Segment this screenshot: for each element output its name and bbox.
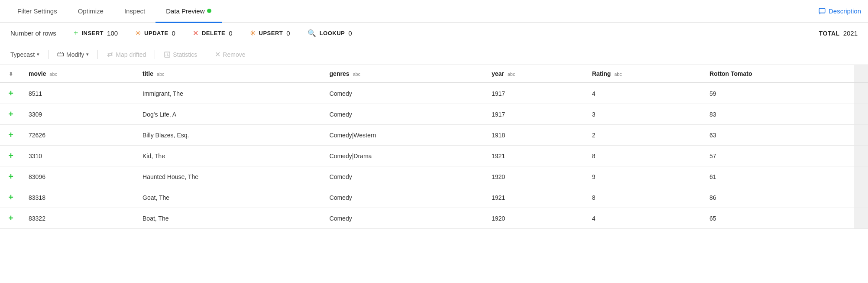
cell-rating: 8 <box>585 146 703 166</box>
data-table-container: ⬍ movie abc title abc genres abc year ab… <box>0 65 868 229</box>
tab-data-preview[interactable]: Data Preview <box>155 0 222 23</box>
scrollbar-cell <box>854 125 868 146</box>
sort-icon[interactable]: ⬍ <box>9 71 13 77</box>
lookup-icon: 🔍 <box>308 29 316 37</box>
scrollbar-cell <box>854 83 868 104</box>
upsert-stat: ✳ UPSERT 0 <box>250 29 290 37</box>
remove-button[interactable]: ✕ Remove <box>211 49 249 60</box>
cell-genres: Comedy|Western <box>323 125 485 146</box>
cell-title: Boat, The <box>136 208 323 229</box>
chat-icon <box>818 7 826 15</box>
toolbar-separator-3 <box>155 50 155 59</box>
data-table: ⬍ movie abc title abc genres abc year ab… <box>0 65 868 229</box>
col-header-movie: movie abc <box>22 65 136 83</box>
update-stat: ✳ UPDATE 0 <box>135 29 175 37</box>
cell-movie: 72626 <box>22 125 136 146</box>
cell-movie: 3309 <box>22 104 136 125</box>
cell-rotten-tomatoes: 86 <box>703 187 854 208</box>
cell-year: 1917 <box>485 83 585 104</box>
svg-rect-1 <box>58 53 63 56</box>
cell-year: 1920 <box>485 166 585 187</box>
cell-genres: Comedy <box>323 208 485 229</box>
cell-genres: Comedy|Drama <box>323 146 485 166</box>
cell-rotten-tomatoes: 65 <box>703 208 854 229</box>
row-insert-icon[interactable]: + <box>0 104 22 125</box>
row-insert-icon[interactable]: + <box>0 166 22 187</box>
number-of-rows-label: Number of rows <box>10 29 56 37</box>
col-header-genres: genres abc <box>323 65 485 83</box>
cell-movie: 83096 <box>22 166 136 187</box>
cell-movie: 3310 <box>22 146 136 166</box>
col-header-rating: Rating abc <box>585 65 703 83</box>
row-insert-icon[interactable]: + <box>0 146 22 166</box>
cell-title: Dog's Life, A <box>136 104 323 125</box>
scrollbar-cell <box>854 104 868 125</box>
cell-rotten-tomatoes: 61 <box>703 166 854 187</box>
scrollbar-cell <box>854 166 868 187</box>
toolbar-separator-4 <box>206 50 206 59</box>
cell-genres: Comedy <box>323 166 485 187</box>
cell-rating: 9 <box>585 166 703 187</box>
cell-year: 1921 <box>485 187 585 208</box>
modify-chevron-icon: ▾ <box>86 52 89 57</box>
map-drifted-icon <box>107 51 113 58</box>
col-header-year: year abc <box>485 65 585 83</box>
typecast-button[interactable]: Typecast ▾ <box>7 49 43 60</box>
table-row: + 83096 Haunted House, The Comedy 1920 9… <box>0 166 868 187</box>
row-insert-icon[interactable]: + <box>0 83 22 104</box>
cell-title: Goat, The <box>136 187 323 208</box>
cell-movie: 83322 <box>22 208 136 229</box>
cell-year: 1917 <box>485 104 585 125</box>
cell-rating: 4 <box>585 208 703 229</box>
tab-filter-settings[interactable]: Filter Settings <box>7 0 68 23</box>
tab-inspect[interactable]: Inspect <box>114 0 155 23</box>
tab-optimize[interactable]: Optimize <box>68 0 114 23</box>
scrollbar-cell <box>854 146 868 166</box>
insert-icon: + <box>74 29 78 38</box>
scrollbar-cell <box>854 208 868 229</box>
cell-rotten-tomatoes: 59 <box>703 83 854 104</box>
statistics-button[interactable]: Statistics <box>160 49 201 60</box>
col-header-title: title abc <box>136 65 323 83</box>
table-row: + 72626 Billy Blazes, Esq. Comedy|Wester… <box>0 125 868 146</box>
cell-rating: 4 <box>585 83 703 104</box>
cell-title: Immigrant, The <box>136 83 323 104</box>
cell-movie: 8511 <box>22 83 136 104</box>
table-row: + 3310 Kid, The Comedy|Drama 1921 8 57 <box>0 146 868 166</box>
table-row: + 3309 Dog's Life, A Comedy 1917 3 83 <box>0 104 868 125</box>
lookup-stat: 🔍 LOOKUP 0 <box>308 29 352 37</box>
update-icon: ✳ <box>135 29 141 37</box>
table-row: + 8511 Immigrant, The Comedy 1917 4 59 <box>0 83 868 104</box>
cell-year: 1920 <box>485 208 585 229</box>
top-nav: Filter Settings Optimize Inspect Data Pr… <box>0 0 868 23</box>
svg-rect-0 <box>819 8 825 13</box>
scrollbar-cell <box>854 187 868 208</box>
cell-year: 1918 <box>485 125 585 146</box>
cell-rating: 3 <box>585 104 703 125</box>
stats-row: Number of rows + INSERT 100 ✳ UPDATE 0 ✕… <box>0 23 868 44</box>
cell-genres: Comedy <box>323 83 485 104</box>
cell-title: Billy Blazes, Esq. <box>136 125 323 146</box>
toolbar-separator-1 <box>48 50 49 59</box>
statistics-icon <box>164 51 171 58</box>
table-header-row: ⬍ movie abc title abc genres abc year ab… <box>0 65 868 83</box>
cell-genres: Comedy <box>323 104 485 125</box>
insert-stat: + INSERT 100 <box>74 29 118 38</box>
typecast-chevron-icon: ▾ <box>37 52 39 57</box>
active-dot <box>207 9 211 13</box>
row-insert-icon[interactable]: + <box>0 187 22 208</box>
cell-movie: 83318 <box>22 187 136 208</box>
remove-x-icon: ✕ <box>215 50 220 59</box>
toolbar: Typecast ▾ Modify ▾ Map drifted Statisti… <box>0 44 868 65</box>
description-button[interactable]: Description <box>818 7 861 15</box>
row-insert-icon[interactable]: + <box>0 125 22 146</box>
cell-rotten-tomatoes: 83 <box>703 104 854 125</box>
modify-button[interactable]: Modify ▾ <box>54 49 92 60</box>
toolbar-separator-2 <box>97 50 98 59</box>
delete-icon: ✕ <box>193 29 198 37</box>
map-drifted-button[interactable]: Map drifted <box>103 49 149 60</box>
table-row: + 83318 Goat, The Comedy 1921 8 86 <box>0 187 868 208</box>
delete-stat: ✕ DELETE 0 <box>193 29 233 37</box>
cell-rotten-tomatoes: 57 <box>703 146 854 166</box>
row-insert-icon[interactable]: + <box>0 208 22 229</box>
